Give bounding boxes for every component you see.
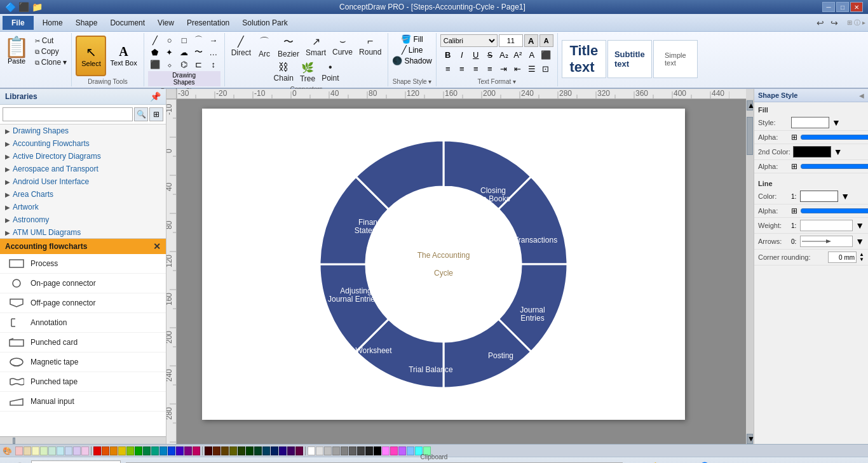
- shrink-font-button[interactable]: A: [539, 34, 553, 47]
- color-mid-gray[interactable]: [341, 446, 348, 455]
- library-search-input[interactable]: [3, 107, 133, 121]
- canvas-scroll-area[interactable]: The Accounting Cycle Closing the Books T…: [177, 99, 754, 444]
- color-picker-button[interactable]: A: [526, 48, 538, 61]
- italic-button[interactable]: I: [456, 48, 468, 61]
- color-black[interactable]: [374, 446, 381, 455]
- shape-poly[interactable]: ⬟: [148, 46, 162, 58]
- lib-android[interactable]: ▶ Android User Interface: [0, 175, 166, 188]
- expand-tf-button[interactable]: ⊡: [539, 62, 552, 75]
- bold-button[interactable]: B: [442, 48, 454, 61]
- font-size-input[interactable]: [499, 34, 523, 47]
- corner-rounding-input[interactable]: [828, 252, 857, 263]
- line-color-swatch[interactable]: [800, 191, 838, 202]
- color-olive[interactable]: [229, 446, 237, 455]
- color-dark-magenta[interactable]: [295, 446, 303, 455]
- line-weight-control[interactable]: [800, 220, 853, 231]
- lib-astronomy[interactable]: ▶ Astronomy: [0, 213, 166, 226]
- color-very-dark-gray[interactable]: [357, 446, 365, 455]
- color-orange-red[interactable]: [102, 446, 109, 455]
- close-button[interactable]: ✕: [850, 2, 863, 12]
- color-near-black[interactable]: [365, 446, 373, 455]
- color-white[interactable]: [308, 446, 315, 455]
- strikethrough-button[interactable]: S̶: [484, 48, 496, 61]
- library-search-button[interactable]: 🔍: [134, 107, 148, 121]
- color-hot-pink[interactable]: [390, 446, 398, 455]
- solution-park-menu[interactable]: Solution Park: [236, 16, 294, 30]
- color-purple[interactable]: [176, 446, 184, 455]
- cut-button[interactable]: ✂ Cut: [33, 36, 69, 46]
- color-violet[interactable]: [398, 446, 406, 455]
- color-dark-cyan[interactable]: [262, 446, 270, 455]
- color-dark-gray[interactable]: [349, 446, 356, 455]
- color-light-gray[interactable]: [316, 446, 323, 455]
- shape-s5[interactable]: ↕: [207, 58, 220, 70]
- shape-magnetic-tape[interactable]: Magnetic tape: [0, 352, 166, 372]
- smart-button[interactable]: ↗ Smart: [303, 34, 329, 60]
- title-text-style[interactable]: Titletext: [562, 40, 606, 78]
- underline-button[interactable]: U: [470, 48, 482, 61]
- color-pink[interactable]: [382, 446, 390, 455]
- color-4[interactable]: [40, 446, 48, 455]
- arrows-dropdown[interactable]: ▼: [855, 236, 864, 246]
- view-menu[interactable]: View: [151, 16, 180, 30]
- color-8[interactable]: [73, 446, 81, 455]
- shape-curve1[interactable]: ⌒: [192, 34, 206, 46]
- lib-area-charts[interactable]: ▶ Area Charts: [0, 188, 166, 201]
- shape-wave[interactable]: 〜: [192, 46, 206, 58]
- color-silver[interactable]: [324, 446, 332, 455]
- copy-button[interactable]: ⧉ Copy: [33, 46, 69, 57]
- close-library-button[interactable]: ✕: [153, 241, 161, 252]
- color-forest-green[interactable]: [238, 446, 245, 455]
- tree-button[interactable]: 🌿 Tree: [297, 60, 318, 84]
- list-button[interactable]: ☰: [526, 62, 538, 75]
- lib-artwork[interactable]: ▶ Artwork: [0, 201, 166, 213]
- subscript-button[interactable]: A₂: [498, 48, 510, 61]
- fill-style-input[interactable]: [791, 117, 829, 128]
- arrows-control[interactable]: [800, 236, 853, 247]
- indent-button[interactable]: ⇥: [498, 62, 510, 75]
- direct-button[interactable]: ╱ Direct: [229, 34, 254, 60]
- point-button[interactable]: • Point: [319, 60, 341, 84]
- lib-drawing-shapes[interactable]: ▶ Drawing Shapes: [0, 124, 166, 137]
- chain-button[interactable]: ⛓ Chain: [271, 60, 296, 84]
- line-weight-dropdown[interactable]: ▼: [855, 220, 864, 231]
- shape-rect[interactable]: □: [177, 34, 191, 46]
- shape-s1[interactable]: ⬛: [148, 58, 162, 70]
- color-6[interactable]: [57, 446, 64, 455]
- round-button[interactable]: ⌐ Round: [356, 34, 384, 60]
- shape-ellipse[interactable]: ○: [163, 34, 177, 46]
- more-text-button[interactable]: ⬛: [539, 48, 552, 61]
- palette-icon[interactable]: 🎨: [3, 446, 12, 455]
- color-sky[interactable]: [407, 446, 414, 455]
- color-2[interactable]: [24, 446, 31, 455]
- color-green[interactable]: [135, 446, 142, 455]
- color-3[interactable]: [32, 446, 39, 455]
- fill-style-dropdown[interactable]: ▼: [832, 117, 841, 128]
- color-dark-purple[interactable]: [287, 446, 295, 455]
- home-menu[interactable]: Home: [36, 16, 69, 30]
- bezier-button[interactable]: 〜 Bezier: [275, 34, 302, 60]
- clone-button[interactable]: ⧉ Clone ▾: [33, 57, 69, 67]
- redo-button[interactable]: ↪: [828, 17, 841, 29]
- line-alpha-slider[interactable]: [800, 208, 868, 214]
- document-menu[interactable]: Document: [104, 16, 151, 30]
- second-color-swatch[interactable]: [793, 146, 831, 158]
- shape-manual-input[interactable]: Manual input: [0, 392, 166, 412]
- subtitle-text-style[interactable]: Subtitletext: [607, 40, 652, 78]
- color-magenta[interactable]: [184, 446, 192, 455]
- color-dark-blue[interactable]: [168, 446, 175, 455]
- color-5[interactable]: [48, 446, 56, 455]
- fill-alpha2-slider[interactable]: [800, 163, 868, 170]
- color-orange[interactable]: [110, 446, 118, 455]
- color-yellow-green[interactable]: [126, 446, 134, 455]
- curve-button[interactable]: ⌣ Curve: [330, 34, 355, 60]
- libraries-pin[interactable]: 📌: [150, 91, 161, 102]
- minimize-button[interactable]: ─: [822, 2, 835, 12]
- file-menu[interactable]: File: [3, 16, 34, 30]
- color-red[interactable]: [93, 446, 101, 455]
- line-color-dropdown[interactable]: ▼: [841, 191, 850, 201]
- shape-cloud[interactable]: ☁: [177, 46, 191, 58]
- grow-font-button[interactable]: A: [524, 34, 538, 47]
- arc-button[interactable]: ⌒ Arc: [255, 34, 274, 60]
- color-9[interactable]: [81, 446, 89, 455]
